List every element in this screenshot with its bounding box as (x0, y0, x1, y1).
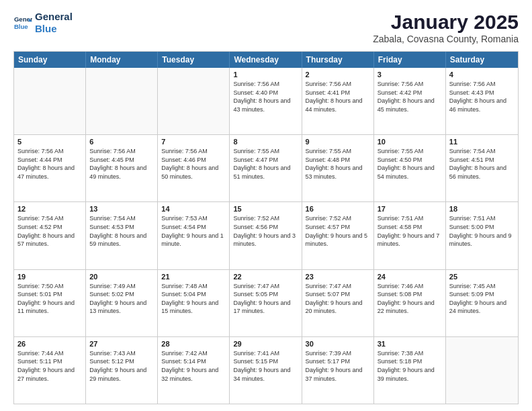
day-number: 15 (233, 205, 298, 213)
logo-text-blue: Blue (35, 23, 73, 35)
logo-text-general: General (35, 11, 73, 23)
day-info: Sunrise: 7:55 AM Sunset: 4:48 PM Dayligh… (306, 147, 370, 181)
day-info: Sunrise: 7:56 AM Sunset: 4:42 PM Dayligh… (378, 80, 442, 113)
day-info: Sunrise: 7:56 AM Sunset: 4:45 PM Dayligh… (89, 147, 154, 181)
day-number: 7 (161, 138, 226, 146)
day-number: 18 (449, 205, 515, 213)
day-info: Sunrise: 7:41 AM Sunset: 5:15 PM Dayligh… (233, 349, 298, 383)
day-cell-30: 30Sunrise: 7:39 AM Sunset: 5:17 PM Dayli… (302, 337, 374, 404)
day-number: 28 (161, 340, 226, 348)
day-info: Sunrise: 7:38 AM Sunset: 5:18 PM Dayligh… (378, 349, 442, 383)
day-info: Sunrise: 7:48 AM Sunset: 5:04 PM Dayligh… (161, 282, 226, 316)
day-cell-2: 2Sunrise: 7:56 AM Sunset: 4:41 PM Daylig… (302, 68, 374, 134)
day-cell-17: 17Sunrise: 7:51 AM Sunset: 4:58 PM Dayli… (374, 202, 446, 269)
day-number: 25 (449, 273, 515, 281)
page: General Blue General Blue January 2025 Z… (0, 0, 532, 411)
day-info: Sunrise: 7:55 AM Sunset: 4:47 PM Dayligh… (233, 147, 298, 181)
day-number: 10 (378, 138, 442, 146)
day-cell-26: 26Sunrise: 7:44 AM Sunset: 5:11 PM Dayli… (14, 337, 86, 404)
day-info: Sunrise: 7:54 AM Sunset: 4:51 PM Dayligh… (449, 147, 515, 181)
day-info: Sunrise: 7:47 AM Sunset: 5:05 PM Dayligh… (233, 282, 298, 316)
calendar-row-1: 5Sunrise: 7:56 AM Sunset: 4:44 PM Daylig… (14, 135, 518, 202)
day-number: 21 (161, 273, 226, 281)
day-cell-16: 16Sunrise: 7:52 AM Sunset: 4:57 PM Dayli… (302, 202, 374, 269)
weekday-header-tuesday: Tuesday (158, 52, 230, 68)
day-info: Sunrise: 7:49 AM Sunset: 5:02 PM Dayligh… (89, 282, 154, 316)
day-cell-24: 24Sunrise: 7:46 AM Sunset: 5:08 PM Dayli… (374, 270, 446, 336)
day-cell-13: 13Sunrise: 7:54 AM Sunset: 4:53 PM Dayli… (86, 202, 158, 269)
logo-icon: General Blue (13, 13, 32, 32)
day-number: 31 (378, 340, 442, 348)
day-info: Sunrise: 7:53 AM Sunset: 4:54 PM Dayligh… (161, 214, 226, 248)
day-number: 27 (89, 340, 154, 348)
day-cell-empty-0-0 (14, 68, 86, 134)
weekday-header-monday: Monday (86, 52, 158, 68)
day-info: Sunrise: 7:50 AM Sunset: 5:01 PM Dayligh… (17, 282, 82, 316)
day-info: Sunrise: 7:51 AM Sunset: 5:00 PM Dayligh… (449, 214, 515, 248)
day-number: 4 (449, 71, 515, 79)
day-cell-11: 11Sunrise: 7:54 AM Sunset: 4:51 PM Dayli… (446, 135, 518, 201)
day-number: 12 (17, 205, 82, 213)
day-cell-14: 14Sunrise: 7:53 AM Sunset: 4:54 PM Dayli… (158, 202, 230, 269)
svg-text:Blue: Blue (14, 23, 28, 30)
day-cell-10: 10Sunrise: 7:55 AM Sunset: 4:50 PM Dayli… (374, 135, 446, 201)
day-cell-5: 5Sunrise: 7:56 AM Sunset: 4:44 PM Daylig… (14, 135, 86, 201)
day-number: 2 (306, 71, 370, 79)
calendar-row-3: 19Sunrise: 7:50 AM Sunset: 5:01 PM Dayli… (14, 270, 518, 337)
day-info: Sunrise: 7:44 AM Sunset: 5:11 PM Dayligh… (17, 349, 82, 383)
weekday-header-friday: Friday (374, 52, 446, 68)
day-number: 19 (17, 273, 82, 281)
day-number: 23 (306, 273, 370, 281)
day-number: 11 (449, 138, 515, 146)
day-info: Sunrise: 7:39 AM Sunset: 5:17 PM Dayligh… (306, 349, 370, 383)
day-number: 8 (233, 138, 298, 146)
day-info: Sunrise: 7:52 AM Sunset: 4:56 PM Dayligh… (233, 214, 298, 248)
day-info: Sunrise: 7:56 AM Sunset: 4:46 PM Dayligh… (161, 147, 226, 181)
day-cell-29: 29Sunrise: 7:41 AM Sunset: 5:15 PM Dayli… (230, 337, 302, 404)
day-info: Sunrise: 7:46 AM Sunset: 5:08 PM Dayligh… (378, 282, 442, 316)
title-block: January 2025 Zabala, Covasna County, Rom… (373, 11, 519, 44)
day-number: 13 (89, 205, 154, 213)
calendar-body: 1Sunrise: 7:56 AM Sunset: 4:40 PM Daylig… (14, 68, 518, 404)
day-info: Sunrise: 7:54 AM Sunset: 4:52 PM Dayligh… (17, 214, 82, 248)
day-info: Sunrise: 7:42 AM Sunset: 5:14 PM Dayligh… (161, 349, 226, 383)
day-cell-8: 8Sunrise: 7:55 AM Sunset: 4:47 PM Daylig… (230, 135, 302, 201)
day-info: Sunrise: 7:51 AM Sunset: 4:58 PM Dayligh… (378, 214, 442, 248)
day-cell-9: 9Sunrise: 7:55 AM Sunset: 4:48 PM Daylig… (302, 135, 374, 201)
day-cell-23: 23Sunrise: 7:47 AM Sunset: 5:07 PM Dayli… (302, 270, 374, 336)
day-info: Sunrise: 7:56 AM Sunset: 4:40 PM Dayligh… (233, 80, 298, 113)
day-cell-6: 6Sunrise: 7:56 AM Sunset: 4:45 PM Daylig… (86, 135, 158, 201)
day-number: 30 (306, 340, 370, 348)
day-cell-20: 20Sunrise: 7:49 AM Sunset: 5:02 PM Dayli… (86, 270, 158, 336)
calendar: SundayMondayTuesdayWednesdayThursdayFrid… (13, 51, 519, 404)
weekday-header-wednesday: Wednesday (230, 52, 302, 68)
calendar-row-0: 1Sunrise: 7:56 AM Sunset: 4:40 PM Daylig… (14, 68, 518, 135)
day-cell-7: 7Sunrise: 7:56 AM Sunset: 4:46 PM Daylig… (158, 135, 230, 201)
calendar-row-2: 12Sunrise: 7:54 AM Sunset: 4:52 PM Dayli… (14, 202, 518, 269)
calendar-row-4: 26Sunrise: 7:44 AM Sunset: 5:11 PM Dayli… (14, 337, 518, 404)
day-info: Sunrise: 7:43 AM Sunset: 5:12 PM Dayligh… (89, 349, 154, 383)
day-cell-27: 27Sunrise: 7:43 AM Sunset: 5:12 PM Dayli… (86, 337, 158, 404)
day-cell-empty-0-1 (86, 68, 158, 134)
weekday-header-thursday: Thursday (302, 52, 374, 68)
day-info: Sunrise: 7:52 AM Sunset: 4:57 PM Dayligh… (306, 214, 370, 248)
day-cell-25: 25Sunrise: 7:45 AM Sunset: 5:09 PM Dayli… (446, 270, 518, 336)
day-number: 24 (378, 273, 442, 281)
day-cell-15: 15Sunrise: 7:52 AM Sunset: 4:56 PM Dayli… (230, 202, 302, 269)
day-number: 29 (233, 340, 298, 348)
day-number: 6 (89, 138, 154, 146)
day-number: 3 (378, 71, 442, 79)
day-number: 5 (17, 138, 82, 146)
day-number: 20 (89, 273, 154, 281)
day-cell-3: 3Sunrise: 7:56 AM Sunset: 4:42 PM Daylig… (374, 68, 446, 134)
day-number: 22 (233, 273, 298, 281)
day-cell-31: 31Sunrise: 7:38 AM Sunset: 5:18 PM Dayli… (374, 337, 446, 404)
day-info: Sunrise: 7:56 AM Sunset: 4:41 PM Dayligh… (306, 80, 370, 113)
day-number: 16 (306, 205, 370, 213)
day-cell-21: 21Sunrise: 7:48 AM Sunset: 5:04 PM Dayli… (158, 270, 230, 336)
day-number: 17 (378, 205, 442, 213)
header: General Blue General Blue January 2025 Z… (13, 11, 519, 44)
weekday-header-saturday: Saturday (446, 52, 518, 68)
day-cell-4: 4Sunrise: 7:56 AM Sunset: 4:43 PM Daylig… (446, 68, 518, 134)
day-cell-22: 22Sunrise: 7:47 AM Sunset: 5:05 PM Dayli… (230, 270, 302, 336)
